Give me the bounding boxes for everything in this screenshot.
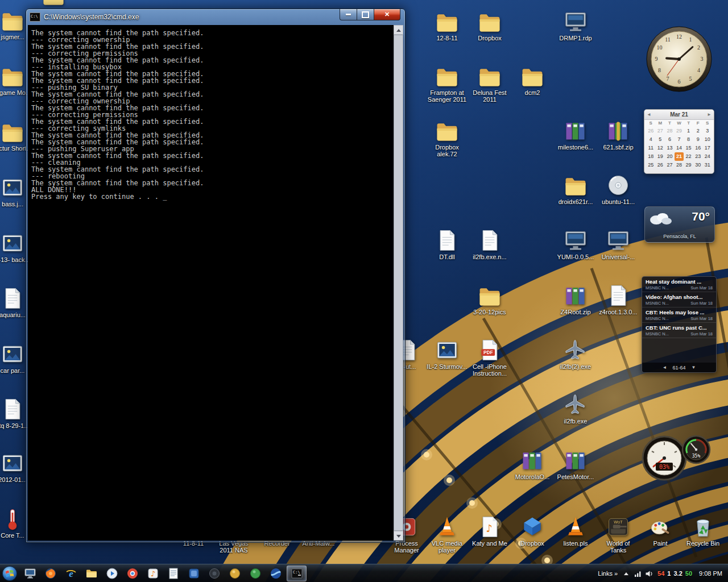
desktop-icon-vlc-media-player[interactable]: VLC media player [427,514,468,554]
desktop-icon-recycle-bin[interactable]: Recycle Bin [682,514,723,547]
news-item-title: CBT: UNC runs past C... [646,325,713,331]
weather-gadget[interactable]: 70° Pensacola, FL [644,206,715,243]
taskbar-button-app-blue[interactable] [184,566,203,581]
tray-volume[interactable] [645,569,653,577]
news-item[interactable]: CBT: Heels may lose ...MSNBC N...Sun Mar… [642,307,716,323]
close-button[interactable]: ✕ [374,9,400,20]
calendar-next-icon[interactable]: ► [707,112,712,117]
desktop-icon-label: IL-2 Sturmov... [427,363,468,370]
desktop-icon-motorolao[interactable]: MotorolaO... [512,448,553,480]
calendar-week-row: 25262728293031 [644,161,714,169]
desktop-icon-world-of-tanks[interactable]: WoTWorld of Tanks [598,514,639,554]
desktop-icon-dropbox[interactable]: Dropbox [469,9,510,41]
start-button[interactable] [0,564,19,582]
folder-icon [0,8,25,33]
taskbar-button-messenger[interactable] [266,566,285,581]
taskbar-button-explorer[interactable] [82,566,101,581]
desktop-icon-paint[interactable]: Paint [640,514,681,547]
cpu-meter-gadget[interactable]: 03% [642,435,687,481]
desktop-icon-katy-and-me[interactable]: ♪Katy and Me [469,514,510,547]
desktop-icon-il2fb-exe[interactable]: il2fb.exe [555,392,596,425]
desktop-icon-dcm2[interactable]: dcm2 [512,64,553,96]
desktop-icon-milestone6[interactable]: milestone6... [555,118,596,151]
desktop-icon-label: 12-8-11 [427,35,468,41]
calendar-day: 31 [702,161,712,169]
tray-network[interactable] [634,569,642,577]
desktop-icon-3-20-12pics[interactable]: 3-20-12pics [469,283,510,315]
news-item[interactable]: Heat stay dominant ...MSNBC N...Sun Mar … [642,277,716,292]
news-item[interactable]: Video: Afghan shoot...MSNBC N...Sun Mar … [642,292,716,307]
taskbar-button-cmd[interactable]: C:\ [287,566,307,581]
desktop-icon-il2fb-exe-n[interactable]: il2fb.exe.n... [469,228,510,260]
desktop-icon-cell-iphone-instruction[interactable]: PDFCell -iPhone Instruction... [469,338,510,377]
desktop-icon-petesmotor[interactable]: PetesMotor... [555,448,596,480]
desktop-icon-il2fb-2-exe[interactable]: il2fb(2).exe [555,338,596,370]
desktop-icon-universal[interactable]: Universal-... [598,228,639,260]
desktop-icon-yumi-0-0-5[interactable]: YUMI-0.0.5... [555,228,596,260]
weather-location: Pensacola, FL [645,234,714,239]
desktop-icon-ubuntu-11[interactable]: ubuntu-11... [598,173,639,205]
desktop-icon-dropbox[interactable]: Dropbox [512,514,553,547]
calendar-prev-icon[interactable]: ◄ [647,112,651,117]
taskbar-button-music-app[interactable]: ♪ [143,566,162,581]
calendar-gadget[interactable]: ◄ Mar 21 ► SMTWTFS 262728291234567891011… [644,109,714,174]
news-next-icon[interactable]: ▼ [692,365,696,370]
ram-meter-gadget[interactable]: 35% [681,435,711,464]
taskbar-clock[interactable]: 9:08 PM [697,570,722,577]
internet-explorer-icon: e [65,567,77,580]
cmd-window-icon: C:\ [30,13,40,22]
desktop-icon-z4root-1-3-0[interactable]: z4root.1.3.0... [598,283,639,315]
desktop-icon-il-2-sturmov[interactable]: IL-2 Sturmov... [427,338,468,370]
taskbar-button-chrome[interactable] [123,566,142,581]
close-icon: ✕ [384,11,390,18]
news-item-date: Sun Mar 18 [690,316,713,321]
taskbar-button-app-green[interactable] [246,566,264,581]
desktop-icon-z4root-zip[interactable]: Z4Root.zip [555,283,596,315]
console-output-area[interactable]: The system cannot find the path specifie… [28,25,403,541]
taskbar-button-notepad[interactable] [164,566,183,581]
desktop-icon-dropbox-alek-72[interactable]: Dropbox alek.72 [427,118,468,157]
folder-icon [520,64,545,89]
console-line: The system cannot find the path specifie… [31,152,390,159]
links-toolbar[interactable]: Links » [598,570,618,577]
tray-show-hidden-icons[interactable] [622,569,630,577]
desktop-icon-dt-dll[interactable]: DT.dll [427,228,468,260]
taskbar-button-app-gold[interactable] [225,566,244,581]
app-green-icon [249,567,262,580]
news-feed-gadget[interactable]: Heat stay dominant ...MSNBC N...Sun Mar … [642,276,717,373]
desktop-icon-label: Universal-... [598,253,639,260]
calendar-header: ◄ Mar 21 ► [644,110,714,120]
console-scrollbar[interactable] [394,25,403,541]
scrollbar-thumb[interactable] [394,35,403,531]
news-item[interactable]: CBT: UNC runs past C...MSNBC N...Sun Mar… [642,323,716,338]
taskbar-button-firefox[interactable] [41,566,60,581]
desktop-icon-listen-pls[interactable]: listen.pls [555,514,596,547]
maximize-button[interactable] [357,9,374,20]
desktop-icon-label: Dropbox [469,35,510,41]
taskbar-button-app-dark[interactable] [205,566,224,581]
desktop-icon-621-sbf-zip[interactable]: 621.sbf.zip [598,118,639,151]
taskbar-button-computer[interactable] [20,566,39,581]
music-app-icon: ♪ [147,567,159,580]
desktop-icon-deluna-fest-2011[interactable]: Deluna Fest 2011 [469,64,510,103]
svg-text:♪: ♪ [150,569,155,578]
minimize-button[interactable] [340,9,357,20]
desktop-icon-12-8-11[interactable]: 12-8-11 [427,9,468,41]
taskbar-button-media-player[interactable] [102,566,121,581]
news-item-date: Sun Mar 18 [690,331,713,336]
clock-gadget[interactable]: 1212 345 678 91011 [645,25,713,93]
taskbar-button-internet-explorer[interactable]: e [61,566,80,581]
dropbox-icon [520,514,545,539]
news-items-list: Heat stay dominant ...MSNBC N...Sun Mar … [642,277,716,338]
scroll-down-icon[interactable] [394,531,403,541]
calendar-day: 2 [693,127,703,135]
calendar-day: 6 [665,135,675,144]
desktop-icon-drmp1-rdp[interactable]: DRMP1.rdp [555,9,596,41]
news-prev-icon[interactable]: ◄ [663,365,667,370]
desktop-icon-droidx621r[interactable]: droidx621r... [555,173,596,205]
tray-number: 54 [657,570,664,577]
desktop-icon-frampton-at-saenger-2011[interactable]: Frampton at Saenger 2011 [427,64,468,103]
coretemp-tray-numbers[interactable]: 5413.250 [657,570,692,577]
desktop-icon-blank[interactable] [33,0,74,8]
scroll-up-icon[interactable] [394,25,403,35]
